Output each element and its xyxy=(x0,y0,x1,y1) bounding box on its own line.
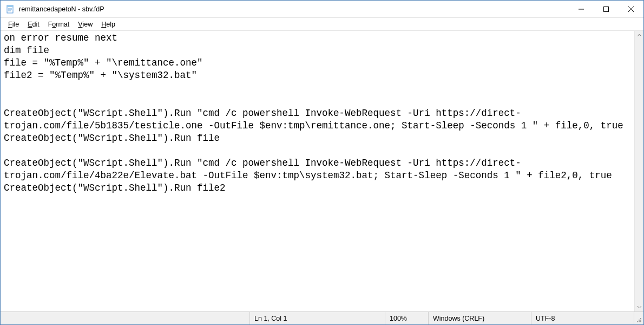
minimize-button[interactable] xyxy=(569,1,594,17)
scroll-down-arrow-icon[interactable] xyxy=(635,302,643,311)
svg-rect-6 xyxy=(604,6,609,11)
menu-format[interactable]: Format xyxy=(44,20,74,29)
status-filler xyxy=(1,312,249,324)
menu-edit-rest: dit xyxy=(32,21,40,28)
menu-edit[interactable]: Edit xyxy=(23,20,44,29)
notepad-window: remittancedapetoN - sbv.fdP File Edit Fo… xyxy=(0,0,644,325)
menu-view[interactable]: View xyxy=(74,20,97,29)
maximize-button[interactable] xyxy=(594,1,619,17)
resize-grip-icon[interactable] xyxy=(634,312,643,324)
editor-area: on error resume next dim file file = "%T… xyxy=(1,31,643,311)
status-encoding: UTF-8 xyxy=(531,312,634,324)
menu-help-rest: elp xyxy=(106,21,115,28)
status-line-ending: Windows (CRLF) xyxy=(428,312,531,324)
scroll-up-arrow-icon[interactable] xyxy=(635,31,643,40)
svg-rect-1 xyxy=(7,5,13,7)
title-bar[interactable]: remittancedapetoN - sbv.fdP xyxy=(1,1,643,18)
menu-file[interactable]: File xyxy=(4,20,23,29)
window-controls xyxy=(569,1,643,17)
menu-bar: File Edit Format View Help xyxy=(1,18,643,31)
menu-view-rest: iew xyxy=(82,21,93,28)
text-editor[interactable]: on error resume next dim file file = "%T… xyxy=(1,31,634,311)
vertical-scrollbar[interactable] xyxy=(634,31,643,311)
notepad-icon xyxy=(6,5,15,14)
status-cursor-position: Ln 1, Col 1 xyxy=(249,312,385,324)
status-zoom[interactable]: 100% xyxy=(385,312,428,324)
menu-help[interactable]: Help xyxy=(97,20,120,29)
window-title: remittancedapetoN - sbv.fdP xyxy=(19,5,569,13)
status-bar: Ln 1, Col 1 100% Windows (CRLF) UTF-8 xyxy=(1,311,643,324)
menu-file-rest: ile xyxy=(12,21,19,28)
close-button[interactable] xyxy=(619,1,643,17)
menu-format-rest: rmat xyxy=(56,21,69,28)
